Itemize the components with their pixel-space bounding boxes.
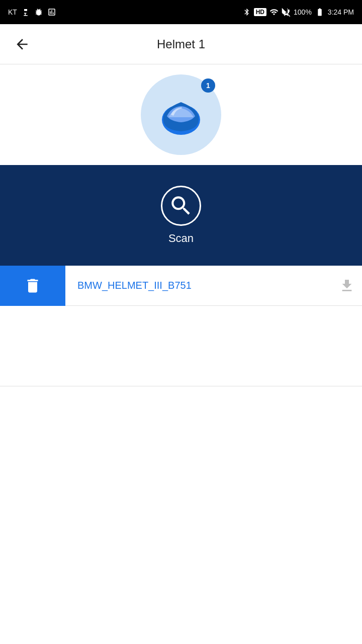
- helmet-icon-circle: 1: [141, 74, 221, 155]
- time-text: 3:24 PM: [328, 8, 354, 16]
- trash-icon: [24, 277, 42, 295]
- back-button[interactable]: [10, 32, 34, 56]
- hd-badge: HD: [254, 8, 266, 16]
- helmet-badge: 1: [201, 78, 215, 93]
- wifi-icon: [269, 8, 279, 17]
- scan-label: Scan: [168, 232, 194, 245]
- download-button[interactable]: [332, 266, 362, 306]
- bluetooth-icon: [243, 8, 251, 16]
- delete-device-button[interactable]: [0, 266, 65, 306]
- table-row: BMW_HELMET_III_B751: [0, 266, 362, 306]
- search-scan-icon: [168, 193, 194, 218]
- signal-icon: [282, 8, 291, 17]
- status-right: HD 100% 3:24 PM: [243, 8, 354, 17]
- app-bar: Helmet 1: [0, 24, 362, 64]
- bug-icon: [34, 8, 43, 17]
- back-arrow-icon: [14, 36, 30, 52]
- device-name: BMW_HELMET_III_B751: [65, 280, 332, 291]
- battery-text: 100%: [294, 8, 312, 16]
- status-left: KT: [8, 8, 56, 17]
- chart-icon: [47, 8, 56, 17]
- empty-list-area: [0, 306, 362, 386]
- helmet-image: [156, 92, 206, 137]
- carrier-text: KT: [8, 8, 17, 16]
- status-bar: KT HD 100% 3:24 PM: [0, 0, 362, 24]
- helmet-area: 1: [0, 64, 362, 165]
- page-title: Helmet 1: [34, 37, 328, 51]
- scan-button[interactable]: Scan: [0, 165, 362, 266]
- download-arrow-icon: [339, 278, 355, 294]
- rest-content-area: [0, 386, 362, 537]
- scan-icon-circle: [161, 186, 201, 226]
- battery-icon: [315, 8, 325, 17]
- device-list: BMW_HELMET_III_B751: [0, 266, 362, 386]
- usb-icon: [21, 8, 30, 17]
